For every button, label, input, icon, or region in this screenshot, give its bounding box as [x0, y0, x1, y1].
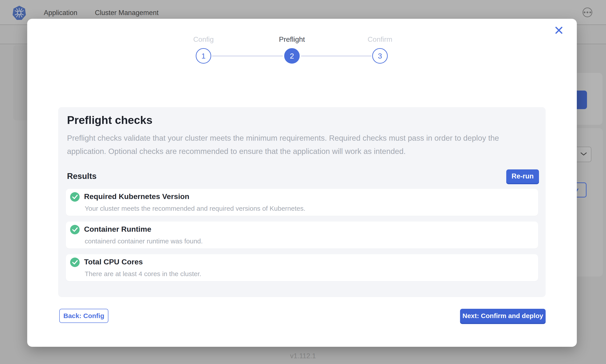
results-heading: Results [67, 172, 97, 181]
rerun-button[interactable]: Re-run [506, 169, 539, 183]
check-pass-icon [70, 192, 80, 202]
step-label-confirm: Confirm [368, 35, 392, 43]
step-connector [212, 55, 283, 57]
step-label-config: Config [193, 35, 214, 43]
check-result-row: Required Kubernetes Version Your cluster… [66, 189, 538, 216]
back-config-button[interactable]: Back: Config [59, 309, 108, 323]
nav-item-application[interactable]: Application [44, 9, 77, 17]
check-title: Total CPU Cores [84, 258, 143, 266]
nav-item-cluster-management[interactable]: Cluster Management [95, 9, 159, 17]
preflight-modal: Config Preflight Confirm 1 2 3 Preflight… [27, 19, 577, 347]
check-title: Container Runtime [84, 225, 151, 234]
page-title: Preflight checks [67, 114, 546, 127]
close-icon[interactable] [555, 26, 563, 34]
chevron-down-icon [580, 152, 587, 157]
kubernetes-logo-icon [13, 6, 26, 20]
check-pass-icon [70, 258, 80, 267]
check-message: There are at least 4 cores in the cluste… [85, 270, 201, 278]
step-connector [301, 55, 372, 57]
preflight-panel: Preflight checks Preflight checks valida… [58, 107, 546, 297]
step-circle-3[interactable]: 3 [372, 48, 388, 64]
check-pass-icon [70, 225, 80, 234]
check-message: containerd container runtime was found. [85, 237, 203, 245]
more-options-icon[interactable] [583, 8, 592, 17]
version-label: v1.112.1 [0, 352, 606, 360]
check-title: Required Kubernetes Version [84, 192, 189, 201]
next-confirm-deploy-button[interactable]: Next: Confirm and deploy [460, 309, 546, 323]
step-label-preflight: Preflight [279, 35, 305, 43]
check-result-row: Total CPU Cores There are at least 4 cor… [66, 254, 538, 281]
step-circle-2[interactable]: 2 [284, 48, 300, 64]
preflight-description: Preflight checks validate that your clus… [67, 131, 536, 158]
check-result-row: Container Runtime containerd container r… [66, 221, 538, 248]
check-message: Your cluster meets the recommended and r… [85, 205, 305, 212]
step-circle-1[interactable]: 1 [196, 48, 211, 64]
